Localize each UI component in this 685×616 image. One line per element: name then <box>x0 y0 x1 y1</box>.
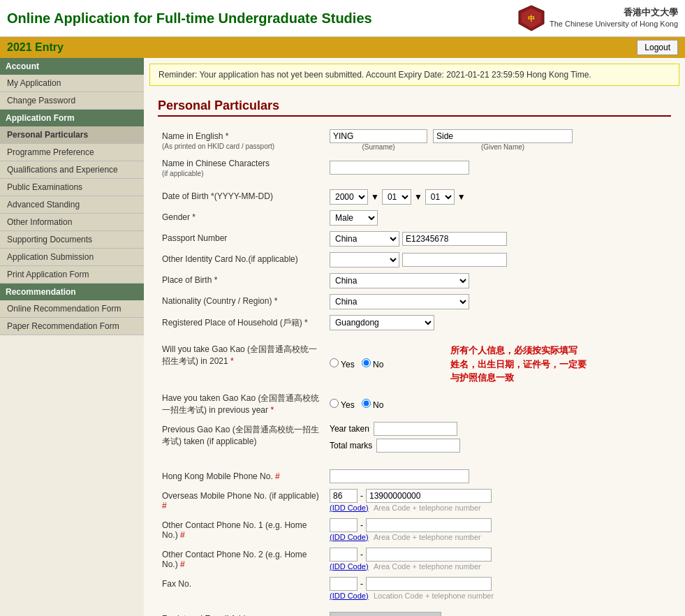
hk-mobile-row: Hong Kong Mobile Phone No. # <box>158 467 671 486</box>
email-input-cell <box>325 609 671 617</box>
sidebar-item-personal-particulars[interactable]: Personal Particulars <box>0 126 144 144</box>
dob-inputs: 20001999200119982002 ▼ 010203040506 0708… <box>325 186 671 207</box>
other-id-country-select[interactable] <box>330 252 399 267</box>
gaokao-2021-row: Will you take Gao Kao (全国普通高校统一招生考试) in … <box>158 339 671 388</box>
contact2-row: Other Contact Phone No. 2 (e.g. Home No.… <box>158 545 671 574</box>
gaokao-prev-row: Have you taken Gao Kao (全国普通高校统一招生考试) in… <box>158 388 671 419</box>
overseas-mobile-inputs: - (IDD Code) Area Code + telephone numbe… <box>325 486 671 515</box>
contact2-area-placeholder: Area Code + telephone number <box>374 562 481 571</box>
dob-label: Date of Birth *(YYYY-MM-DD) <box>158 186 325 207</box>
contact2-idd-input[interactable] <box>330 548 358 562</box>
contact1-idd-link[interactable]: (IDD Code) <box>330 533 369 541</box>
fax-inputs: - (IDD Code) Location Code + telephone n… <box>325 574 671 603</box>
gaokao-prev-label: Have you taken Gao Kao (全国普通高校统一招生考试) in… <box>158 388 325 419</box>
contact2-label: Other Contact Phone No. 2 (e.g. Home No.… <box>158 545 325 574</box>
gaokao-2021-label: Will you take Gao Kao (全国普通高校统一招生考试) in … <box>158 339 325 388</box>
contact1-area-placeholder: Area Code + telephone number <box>374 533 481 541</box>
email-blurred <box>330 612 441 617</box>
contact1-row: Other Contact Phone No. 1 (e.g. Home No.… <box>158 515 671 545</box>
overseas-number-input[interactable] <box>366 489 492 503</box>
fax-placeholder: Location Code + telephone number <box>374 592 494 600</box>
other-id-inputs <box>325 249 671 270</box>
dob-day-select[interactable]: 0102030405 <box>425 189 455 205</box>
sidebar-item-print-form[interactable]: Print Application Form <box>0 266 144 284</box>
gaokao-prev-yes-label[interactable]: Yes <box>330 399 355 410</box>
sidebar-item-paper-recommendation[interactable]: Paper Recommendation Form <box>0 318 144 335</box>
layout: Account My Application Change Password A… <box>0 58 685 616</box>
dob-selects: 20001999200119982002 ▼ 010203040506 0708… <box>330 189 667 205</box>
sidebar-item-supporting-docs[interactable]: Supporting Documents <box>0 231 144 249</box>
email-label: Registered E-mail Address <box>158 609 325 617</box>
gender-select[interactable]: MaleFemale <box>330 210 378 226</box>
name-english-label: Name in English * (As printed on HKID ca… <box>158 126 325 154</box>
contact1-idd-input[interactable] <box>330 518 358 532</box>
overseas-phone-row: - <box>330 489 667 503</box>
sidebar-item-online-recommendation[interactable]: Online Recommendation Form <box>0 300 144 318</box>
overseas-idd-input[interactable] <box>330 489 358 503</box>
total-marks-label: Total marks <box>330 441 372 450</box>
passport-number-input[interactable] <box>402 232 507 246</box>
place-birth-select[interactable]: ChinaHong KongOther <box>330 273 469 288</box>
gender-row: Gender * MaleFemale <box>158 207 671 228</box>
sidebar-item-my-application[interactable]: My Application <box>0 75 144 92</box>
year-taken-input[interactable] <box>374 422 457 436</box>
sidebar-item-public-exams[interactable]: Public Examinations <box>0 179 144 196</box>
surname-input[interactable] <box>330 129 427 143</box>
hk-mobile-input-cell <box>325 467 671 486</box>
gaokao-prev-no-radio[interactable] <box>362 399 371 408</box>
contact1-number-input[interactable] <box>366 518 492 532</box>
hk-mobile-input[interactable] <box>330 469 469 483</box>
name-chinese-label: Name in Chinese Characters (if applicabl… <box>158 154 325 181</box>
gaokao-taken-inputs: Year taken Total marks <box>325 419 671 455</box>
gaokao-prev-radio-group: Yes No <box>330 399 667 410</box>
hk-mobile-label: Hong Kong Mobile Phone No. # <box>158 467 325 486</box>
contact2-idd-link[interactable]: (IDD Code) <box>330 562 369 571</box>
contact1-label: Other Contact Phone No. 1 (e.g. Home No.… <box>158 515 325 545</box>
sidebar-item-other-info[interactable]: Other Information <box>0 214 144 231</box>
gaokao-prev-no-label[interactable]: No <box>362 399 384 410</box>
name-chinese-input[interactable] <box>330 161 469 175</box>
dob-month-select[interactable]: 010203040506 070809101112 <box>382 189 411 205</box>
passport-country-select[interactable]: ChinaHong KongOther <box>330 231 399 247</box>
given-name-input[interactable] <box>433 129 573 143</box>
logout-button[interactable]: Logout <box>637 40 678 55</box>
dob-year-select[interactable]: 20001999200119982002 <box>330 189 368 205</box>
university-name: 香港中文大學 The Chinese University of Hong Ko… <box>550 6 678 30</box>
sidebar-item-programme-preference[interactable]: Programme Preference <box>0 144 144 161</box>
sidebar-item-application-submission[interactable]: Application Submission <box>0 249 144 266</box>
nationality-select[interactable]: ChinaHong KongOther <box>330 294 469 309</box>
gaokao-prev-inputs: Yes No <box>325 388 671 419</box>
overseas-idd-link-row: (IDD Code) Area Code + telephone number <box>330 503 667 513</box>
fax-row: Fax No. - (IDD Code) Location Code + tel… <box>158 574 671 603</box>
year-taken-label: Year taken <box>330 424 369 434</box>
household-select[interactable]: GuangdongBeijingShanghaiOther <box>330 315 434 330</box>
given-name-wrap: (Given Name) <box>433 129 573 151</box>
gaokao-2021-no-label[interactable]: No <box>362 358 384 369</box>
overseas-idd-link[interactable]: (IDD Code) <box>330 504 369 512</box>
contact2-inputs: - (IDD Code) Area Code + telephone numbe… <box>325 545 671 574</box>
email-row: Registered E-mail Address <box>158 609 671 617</box>
dob-row: Date of Birth *(YYYY-MM-DD) 200019992001… <box>158 186 671 207</box>
fax-number-input[interactable] <box>366 577 492 591</box>
gaokao-2021-yes-label[interactable]: Yes <box>330 358 355 369</box>
year-bar: 2021 Entry Logout <box>0 37 685 58</box>
fax-phone-row: - <box>330 577 667 591</box>
other-id-row: Other Identity Card No.(if applicable) <box>158 249 671 270</box>
sidebar-item-advanced-standing[interactable]: Advanced Standing <box>0 196 144 214</box>
sidebar-item-change-password[interactable]: Change Password <box>0 92 144 110</box>
fax-idd-input[interactable] <box>330 577 358 591</box>
other-id-input[interactable] <box>402 253 507 267</box>
gaokao-2021-no-radio[interactable] <box>362 358 371 367</box>
dash-3: - <box>360 550 363 559</box>
sidebar-item-qualifications[interactable]: Qualifications and Experience <box>0 161 144 179</box>
total-marks-input[interactable] <box>376 439 460 453</box>
fax-idd-link[interactable]: (IDD Code) <box>330 592 369 600</box>
gaokao-prev-yes-radio[interactable] <box>330 399 339 408</box>
gaokao-2021-yes-radio[interactable] <box>330 358 339 367</box>
contact2-number-input[interactable] <box>366 548 492 562</box>
nationality-row: Nationality (Country / Region) * ChinaHo… <box>158 291 671 312</box>
name-english-inputs: (Surname) (Given Name) <box>325 126 671 154</box>
household-input-cell: GuangdongBeijingShanghaiOther <box>325 312 671 333</box>
name-chinese-input-cell <box>325 154 671 181</box>
name-fields-row: (Surname) (Given Name) <box>330 129 667 151</box>
